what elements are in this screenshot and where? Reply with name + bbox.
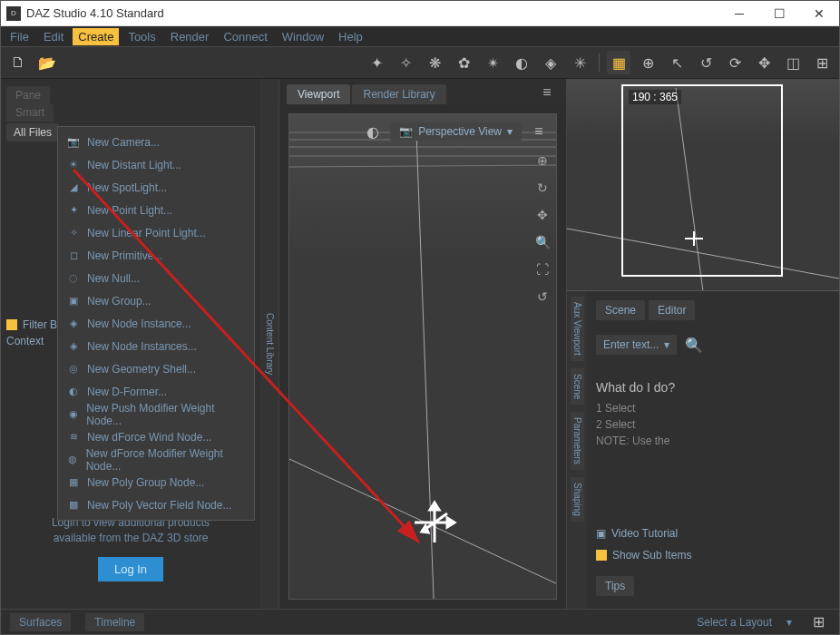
filter-check-icon[interactable] [6, 319, 17, 330]
menuitem-new-primitive[interactable]: ◻New Primitive... [58, 244, 254, 267]
menuitem-new-node-instance[interactable]: ◈New Node Instance... [58, 312, 254, 335]
login-button[interactable]: Log In [98, 557, 163, 581]
menuitem-new-camera[interactable]: 📷New Camera... [58, 131, 254, 153]
menubar: File Edit Create Tools Render Connect Wi… [1, 26, 839, 46]
menuitem-new-geometry-shell[interactable]: ◎New Geometry Shell... [58, 357, 254, 380]
menuitem-new-group[interactable]: ▣New Group... [58, 289, 254, 312]
side-tab-aux[interactable]: Aux Viewport [571, 297, 584, 361]
menuitem-new-push-modifier[interactable]: ◉New Push Modifier Weight Node... [58, 403, 254, 425]
content-library-side-tab[interactable]: Content Library [260, 79, 278, 609]
menuitem-new-dforce-wind[interactable]: ≋New dForce Wind Node... [58, 425, 254, 448]
timeline-button[interactable]: Timeline [85, 613, 144, 631]
video-button[interactable]: ▣ Video Tutorial [596, 527, 830, 540]
tool-icon-6[interactable]: ◐ [510, 51, 533, 74]
tab-tips[interactable]: Tips [596, 576, 634, 596]
search-icon[interactable]: 🔍 [682, 333, 706, 357]
camera-icon: 📷 [399, 125, 413, 138]
tab-editor[interactable]: Editor [649, 300, 695, 320]
video-icon: ▣ [596, 527, 606, 540]
scale-icon[interactable]: ◫ [781, 51, 805, 74]
spotlight-icon: ◢ [67, 181, 80, 194]
coords-label: 190 : 365 [629, 90, 681, 104]
rotate-icon[interactable]: ↺ [694, 51, 718, 74]
tab-pane-b[interactable]: Smart [6, 103, 54, 122]
chevron-down-icon: ▾ [786, 616, 792, 629]
menu-connect[interactable]: Connect [218, 28, 272, 45]
tab-pane-a[interactable]: Pane [6, 86, 50, 104]
main-viewport[interactable]: ◐ 📷 Perspective View ▾ ≡ ⊕ ↻ [288, 113, 557, 600]
menuitem-new-linear-light[interactable]: ✧New Linear Point Light... [58, 221, 254, 244]
viewport-sphere-icon[interactable]: ◐ [361, 120, 385, 143]
enter-text-dropdown[interactable]: Enter text... ▾ [596, 335, 677, 355]
tab-scene[interactable]: Scene [596, 300, 645, 320]
app-icon: D [6, 6, 21, 21]
layout-options-icon[interactable]: ⊞ [806, 611, 830, 634]
group-icon: ▣ [67, 295, 80, 308]
menuitem-new-dforce-modifier[interactable]: ◍New dForce Modifier Weight Node... [58, 448, 254, 471]
tab-render-library[interactable]: Render Library [352, 84, 445, 104]
menuitem-new-null[interactable]: ◌New Null... [58, 267, 254, 289]
reset-tool-icon[interactable]: ↺ [532, 287, 552, 307]
orbit-tool-icon[interactable]: ⊕ [532, 151, 552, 171]
menu-edit[interactable]: Edit [38, 28, 69, 45]
chevron-down-icon: ▾ [664, 338, 669, 351]
side-tab-shaping[interactable]: Shaping [571, 477, 584, 522]
viewport-menu-icon[interactable]: ≡ [535, 81, 559, 104]
open-file-icon[interactable]: 📂 [35, 51, 59, 74]
tool-icon-7[interactable]: ◈ [539, 51, 562, 74]
create-menu-dropdown: 📷New Camera... ☀New Distant Light... ◢Ne… [57, 126, 255, 521]
side-tab-parameters[interactable]: Parameters [571, 412, 584, 470]
aux-viewport[interactable]: 190 : 365 [567, 79, 839, 291]
whatdo-title: What do I do? [596, 380, 830, 395]
menuitem-new-distant-light[interactable]: ☀New Distant Light... [58, 153, 254, 176]
rotate-tool-icon[interactable]: ↻ [532, 178, 552, 198]
menu-help[interactable]: Help [333, 28, 368, 45]
pan-tool-icon[interactable]: ✥ [532, 205, 552, 225]
menu-create[interactable]: Create [73, 28, 119, 45]
status-bar: Surfaces Timeline Select a Layout ▾ ⊞ [1, 609, 839, 634]
note-label: NOTE: Use the [596, 435, 830, 447]
tool-icon-5[interactable]: ✴ [481, 51, 504, 74]
viewport-options-icon[interactable]: ≡ [527, 120, 551, 143]
view-dropdown[interactable]: 📷 Perspective View ▾ [390, 122, 522, 141]
tool-icon-2[interactable]: ✧ [394, 51, 417, 74]
minimize-button[interactable]: ─ [719, 1, 759, 26]
menu-file[interactable]: File [5, 28, 34, 45]
tool-icon-8[interactable]: ✳ [568, 51, 591, 74]
dformer-icon: ◐ [67, 386, 80, 398]
new-file-icon[interactable]: 🗋 [6, 51, 30, 74]
tool-icon-4[interactable]: ✿ [452, 51, 475, 74]
zoom-tool-icon[interactable]: 🔍 [532, 232, 552, 252]
surfaces-button[interactable]: Surfaces [10, 613, 71, 631]
svg-marker-8 [447, 518, 454, 527]
all-files-chip[interactable]: All Files [6, 123, 59, 142]
tool-icon-last[interactable]: ⊞ [810, 51, 834, 74]
instance-icon: ◈ [67, 318, 80, 330]
menuitem-new-point-light[interactable]: ✦New Point Light... [58, 199, 254, 221]
menuitem-new-poly-vector[interactable]: ▩New Poly Vector Field Node... [58, 493, 254, 516]
gizmo-icon[interactable]: ⊕ [636, 51, 659, 74]
toolbar: 🗋 📂 ✦ ✧ ❋ ✿ ✴ ◐ ◈ ✳ ▦ ⊕ ↖ ↺ ⟳ ✥ ◫ ⊞ [1, 46, 839, 79]
tool-icon-1[interactable]: ✦ [365, 51, 388, 74]
tool-active-icon[interactable]: ▦ [607, 51, 630, 74]
orbit-icon[interactable]: ⟳ [723, 51, 747, 74]
maximize-button[interactable]: ☐ [759, 1, 799, 26]
menuitem-new-dformer[interactable]: ◐New D-Former... [58, 380, 254, 403]
menuitem-new-spotlight[interactable]: ◢New SpotLight... [58, 176, 254, 199]
frame-tool-icon[interactable]: ⛶ [532, 259, 552, 279]
pan-icon[interactable]: ✥ [752, 51, 776, 74]
menu-render[interactable]: Render [165, 28, 215, 45]
menuitem-new-node-instances[interactable]: ◈New Node Instances... [58, 335, 254, 357]
show-sub-check-icon[interactable] [596, 550, 607, 561]
select-layout[interactable]: Select a Layout [697, 616, 772, 629]
tool-icon-3[interactable]: ❋ [423, 51, 446, 74]
side-tab-scene[interactable]: Scene [571, 368, 584, 405]
menuitem-new-poly-group[interactable]: ▦New Poly Group Node... [58, 471, 254, 493]
point-light-icon: ✦ [67, 204, 80, 217]
menu-window[interactable]: Window [277, 28, 329, 45]
cursor-icon[interactable]: ↖ [665, 51, 689, 74]
frame-selection-box [621, 84, 783, 277]
close-button[interactable]: ✕ [799, 1, 839, 26]
tab-viewport[interactable]: Viewport [287, 84, 350, 104]
menu-tools[interactable]: Tools [122, 28, 161, 45]
